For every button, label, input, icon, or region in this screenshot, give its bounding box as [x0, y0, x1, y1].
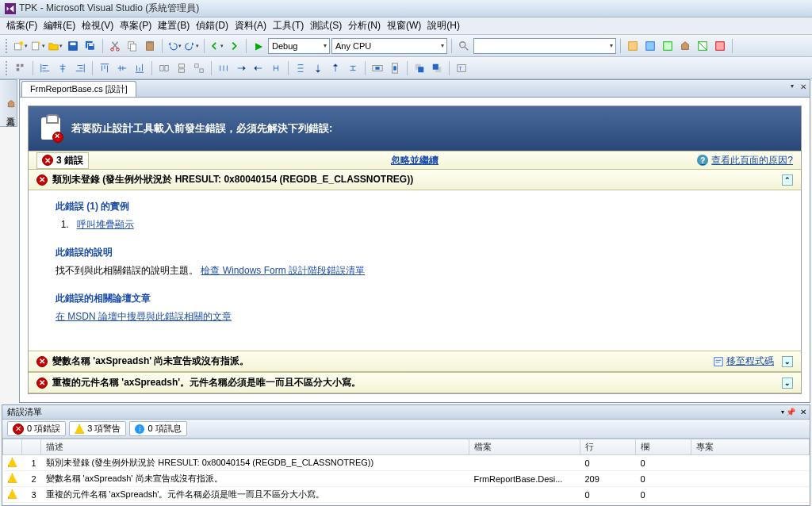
menu-data[interactable]: 資料(A) — [232, 17, 270, 34]
col-column[interactable]: 欄 — [636, 439, 691, 455]
error-list-row[interactable]: 2 變數名稱 'axSpreadsh' 尚未宣告或沒有指派。 FrmReport… — [3, 471, 810, 487]
undo-button[interactable]: ▾ — [167, 38, 182, 54]
filter-messages-button[interactable]: i0 項訊息 — [129, 421, 186, 436]
same-height-button[interactable] — [174, 60, 190, 76]
menu-view[interactable]: 檢視(V) — [79, 17, 117, 34]
active-files-dropdown[interactable]: ▾ — [791, 82, 794, 90]
menu-test[interactable]: 測試(S) — [307, 17, 345, 34]
platform-combo[interactable]: Any CPU — [331, 38, 447, 54]
object-browser-button[interactable] — [660, 38, 676, 54]
collapse-button[interactable]: ⌃ — [782, 174, 793, 186]
center-vert-button[interactable] — [387, 60, 403, 76]
filter-errors-button[interactable]: ✕0 項錯誤 — [7, 421, 66, 436]
align-top-button[interactable] — [97, 60, 113, 76]
nav-forward-button[interactable] — [226, 38, 242, 54]
col-file[interactable]: 檔案 — [469, 439, 580, 455]
paste-button[interactable] — [142, 38, 158, 54]
tab-close-button[interactable]: ✕ — [800, 82, 806, 91]
tab-order-button[interactable]: T — [454, 60, 469, 76]
check-winforms-link[interactable]: 檢查 Windows Form 設計階段錯誤清單 — [201, 265, 365, 276]
menu-window[interactable]: 視窗(W) — [384, 17, 424, 34]
filter-warnings-button[interactable]: 3 項警告 — [69, 421, 126, 436]
align-middle-button[interactable] — [114, 60, 130, 76]
align-bottom-button[interactable] — [132, 60, 147, 76]
hspace-dec-button[interactable] — [251, 60, 266, 76]
warning-icon — [8, 473, 17, 483]
callstack-link[interactable]: 呼叫堆疊顯示 — [77, 219, 134, 230]
vspace-equal-button[interactable] — [293, 60, 308, 76]
menu-debug[interactable]: 偵錯(D) — [193, 17, 232, 34]
panel-close-button[interactable]: ✕ — [800, 408, 806, 416]
error-list-row[interactable]: 3 重複的元件名稱 'axSpreadsh'。元件名稱必須是唯一而且不區分大小寫… — [3, 487, 810, 503]
ignore-continue-link[interactable]: 忽略並繼續 — [391, 154, 439, 167]
menu-help[interactable]: 說明(H) — [424, 17, 463, 34]
find-combo[interactable] — [473, 38, 616, 54]
error-list-row[interactable]: 1 類別未登錄 (發生例外狀況於 HRESULT: 0x80040154 (RE… — [3, 455, 810, 471]
bring-front-button[interactable] — [412, 60, 427, 76]
send-back-button[interactable] — [429, 60, 445, 76]
error-icon: ✕ — [42, 155, 53, 166]
nav-back-button[interactable]: ▾ — [209, 38, 224, 54]
cut-button[interactable] — [107, 38, 123, 54]
extension-button[interactable] — [712, 38, 728, 54]
add-item-button[interactable]: ▾ — [30, 38, 46, 54]
svg-rect-28 — [195, 63, 198, 67]
menu-build[interactable]: 建置(B) — [155, 17, 193, 34]
vspace-inc-button[interactable] — [310, 60, 326, 76]
svg-rect-23 — [17, 68, 20, 71]
same-width-button[interactable] — [156, 60, 172, 76]
panel-options-dropdown[interactable]: ▾ — [781, 408, 784, 416]
error-list-panel: 錯誤清單 ▾ 📌 ✕ ✕0 項錯誤 3 項警告 i0 項訊息 描述 檔案 行 欄… — [2, 404, 810, 506]
hspace-remove-button[interactable] — [268, 60, 284, 76]
svg-rect-31 — [375, 67, 379, 70]
align-left-button[interactable] — [37, 60, 53, 76]
document-tab[interactable]: FrmReportBase.cs [設計] — [21, 81, 136, 97]
redo-button[interactable]: ▾ — [184, 38, 200, 54]
copy-button[interactable] — [124, 38, 140, 54]
menu-analyze[interactable]: 分析(N) — [345, 17, 384, 34]
align-grid-button[interactable] — [13, 60, 29, 76]
hspace-equal-button[interactable] — [216, 60, 232, 76]
solution-explorer-button[interactable] — [625, 38, 641, 54]
svg-text:T: T — [459, 65, 463, 71]
col-project[interactable]: 專案 — [691, 439, 810, 455]
menubar: 檔案(F) 編輯(E) 檢視(V) 專案(P) 建置(B) 偵錯(D) 資料(A… — [0, 17, 812, 35]
toolbox-button[interactable] — [677, 38, 693, 54]
why-link[interactable]: ?查看此頁面的原因? — [697, 154, 793, 167]
find-button[interactable] — [456, 38, 472, 54]
save-all-button[interactable] — [82, 38, 98, 54]
expand-button[interactable]: ⌄ — [782, 378, 793, 389]
error-item-header-2[interactable]: ✕ 變數名稱 'axSpreadsh' 尚未宣告或沒有指派。 移至程式碼 ⌄ — [29, 351, 801, 372]
expand-button[interactable]: ⌄ — [782, 356, 793, 367]
start-page-button[interactable] — [695, 38, 710, 54]
menu-edit[interactable]: 編輯(E) — [40, 17, 79, 34]
col-line[interactable]: 行 — [580, 439, 636, 455]
col-description[interactable]: 描述 — [41, 439, 469, 455]
goto-code-link[interactable]: 移至程式碼 — [713, 355, 774, 368]
toolbox-tab[interactable]: 工具箱 — [0, 79, 17, 127]
align-center-button[interactable] — [55, 60, 71, 76]
new-project-button[interactable]: ▾ — [13, 38, 29, 54]
save-button[interactable] — [65, 38, 81, 54]
document-tabstrip: FrmReportBase.cs [設計] ▾ ✕ — [20, 80, 810, 98]
svg-rect-22 — [21, 63, 24, 67]
properties-button[interactable] — [642, 38, 658, 54]
svg-rect-26 — [179, 63, 185, 67]
align-right-button[interactable] — [72, 60, 88, 76]
msdn-forum-link[interactable]: 在 MSDN 論壇中搜尋與此錯誤相關的文章 — [56, 311, 232, 322]
menu-tools[interactable]: 工具(T) — [270, 17, 307, 34]
menu-project[interactable]: 專案(P) — [117, 17, 155, 34]
open-button[interactable]: ▾ — [48, 38, 63, 54]
pin-icon[interactable]: 📌 — [786, 408, 795, 416]
start-debug-button[interactable]: ▶ — [251, 38, 266, 54]
error-item-header-3[interactable]: ✕ 重複的元件名稱 'axSpreadsh'。元件名稱必須是唯一而且不區分大小寫… — [29, 372, 801, 393]
same-size-button[interactable] — [191, 60, 207, 76]
config-combo[interactable]: Debug — [268, 38, 330, 54]
error-item-header-1[interactable]: ✕ 類別未登錄 (發生例外狀況於 HRESULT: 0x80040154 (RE… — [29, 170, 801, 190]
center-horiz-button[interactable] — [370, 60, 385, 76]
vspace-remove-button[interactable] — [345, 60, 361, 76]
svg-rect-14 — [147, 40, 151, 43]
menu-file[interactable]: 檔案(F) — [3, 17, 40, 34]
hspace-inc-button[interactable] — [233, 60, 249, 76]
vspace-dec-button[interactable] — [327, 60, 343, 76]
